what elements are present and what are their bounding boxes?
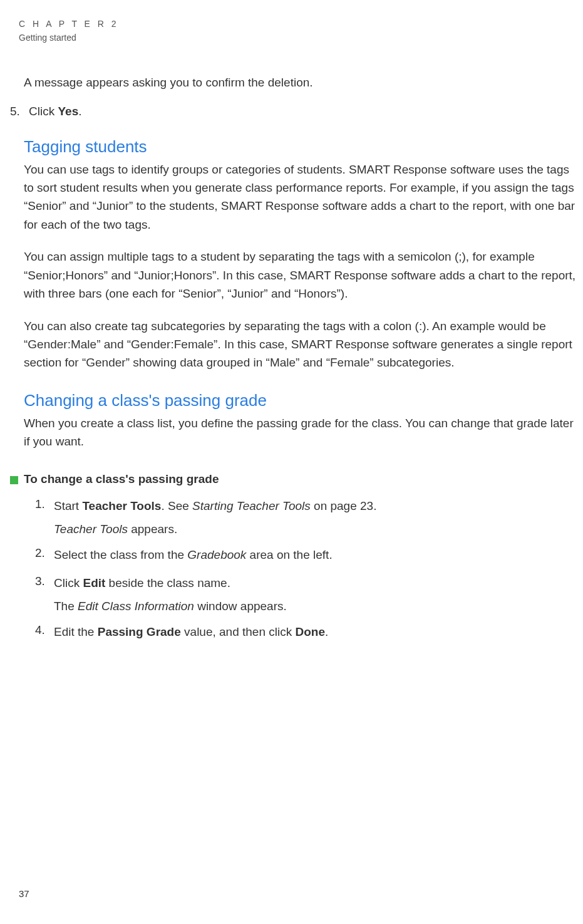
changing-passing-grade-heading: Changing a class's passing grade — [24, 391, 582, 410]
text-bold: Done — [296, 625, 326, 638]
text-fragment: Select the class from the — [54, 548, 187, 561]
chapter-subtitle: Getting started — [19, 33, 583, 43]
text-italic: Gradebook — [187, 548, 246, 561]
text-fragment: value, and then click — [181, 625, 296, 638]
text-bold: Yes — [58, 105, 78, 118]
procedure-marker-icon — [10, 476, 18, 484]
step-number: 5. — [10, 105, 29, 118]
tagging-paragraph-2: You can assign multiple tags to a studen… — [24, 247, 582, 303]
procedure-step-3: 3. Click Edit beside the class name. — [35, 574, 582, 593]
procedure-block: To change a class's passing grade 1. Sta… — [10, 472, 582, 641]
text-fragment: . — [325, 625, 328, 638]
procedure-step-3-result: The Edit Class Information window appear… — [54, 600, 582, 613]
text-fragment: The — [54, 600, 78, 613]
step-text: Select the class from the Gradebook area… — [54, 546, 333, 564]
step-text: Click Yes. — [29, 105, 82, 118]
procedure-step-4: 4. Edit the Passing Grade value, and the… — [35, 623, 582, 641]
text-italic: Teacher Tools — [54, 522, 128, 536]
chapter-label: C H A P T E R 2 — [19, 19, 583, 29]
tagging-paragraph-3: You can also create tag subcategories by… — [24, 317, 582, 372]
procedure-list: 1. Start Teacher Tools. See Starting Tea… — [35, 497, 582, 641]
text-bold: Passing Grade — [98, 625, 181, 638]
step-number: 1. — [35, 497, 54, 516]
text-fragment: . See — [161, 499, 192, 512]
page-content: A message appears asking you to confirm … — [19, 74, 582, 641]
procedure-step-1-result: Teacher Tools appears. — [54, 522, 582, 536]
procedure-step-2: 2. Select the class from the Gradebook a… — [35, 546, 582, 564]
step-text: Edit the Passing Grade value, and then c… — [54, 623, 328, 641]
text-fragment: Click — [54, 576, 83, 589]
confirm-deletion-message: A message appears asking you to confirm … — [24, 74, 582, 92]
text-fragment: window appears. — [194, 600, 287, 613]
page-number: 37 — [19, 888, 29, 899]
tagging-students-heading: Tagging students — [24, 137, 582, 157]
procedure-step-1: 1. Start Teacher Tools. See Starting Tea… — [35, 497, 582, 516]
text-fragment: Edit the — [54, 625, 98, 638]
text-bold: Edit — [83, 576, 105, 589]
text-bold: Teacher Tools — [82, 499, 161, 512]
step-5: 5. Click Yes. — [10, 105, 582, 118]
step-number: 3. — [35, 574, 54, 593]
text-fragment: Start — [54, 499, 82, 512]
text-italic: Starting Teacher Tools — [192, 499, 311, 512]
procedure-title: To change a class's passing grade — [24, 472, 582, 486]
step-text: Click Edit beside the class name. — [54, 574, 230, 593]
text-fragment: beside the class name. — [105, 576, 230, 589]
step-number: 2. — [35, 546, 54, 564]
tagging-paragraph-1: You can use tags to identify groups or c… — [24, 160, 582, 234]
text-fragment: area on the left. — [246, 548, 332, 561]
text-fragment: appears. — [128, 522, 177, 536]
text-fragment: . — [78, 105, 81, 118]
changing-intro-paragraph: When you create a class list, you define… — [24, 414, 582, 451]
text-italic: Edit Class Information — [78, 600, 194, 613]
text-fragment: on page 23. — [311, 499, 377, 512]
step-number: 4. — [35, 623, 54, 641]
text-fragment: Click — [29, 105, 58, 118]
step-text: Start Teacher Tools. See Starting Teache… — [54, 497, 376, 516]
